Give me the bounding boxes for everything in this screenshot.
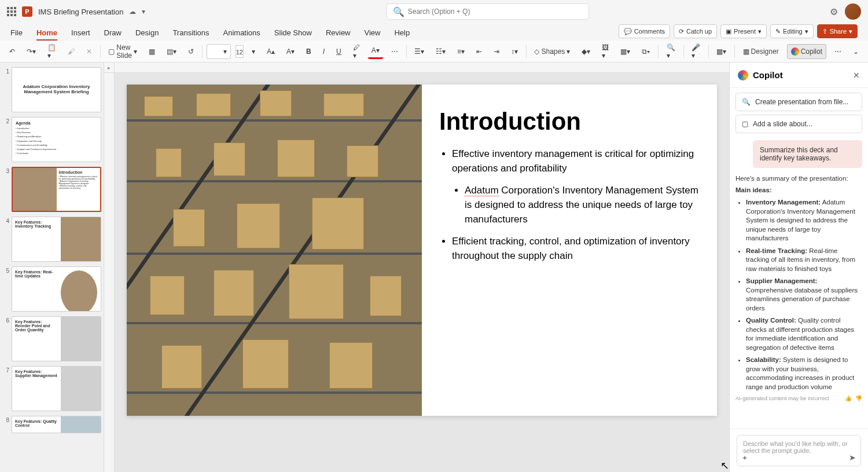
present-button[interactable]: ▣Present▾ [720,24,767,38]
menu-review[interactable]: Review [326,28,351,41]
line-spacing-button[interactable]: ↕▾ [507,44,521,59]
copilot-ribbon-button[interactable]: Copilot [787,44,826,59]
more-button[interactable]: ⋯ [831,44,845,59]
editing-button[interactable]: ✎Editing▾ [770,24,814,38]
vertical-ruler[interactable] [104,73,115,472]
title-bar: P IMS Briefing Presentation ☁︎ ▾ 🔍 ⚙ [0,0,868,23]
addins-button[interactable]: ▦▾ [713,44,730,59]
increase-font-button[interactable]: A▴ [263,44,278,59]
slide-image[interactable] [127,85,422,416]
bold-button[interactable]: B [303,44,315,59]
menu-help[interactable]: Help [394,28,410,41]
slide-thumbnail[interactable]: Key Features: Real-time Updates [12,266,101,312]
current-slide[interactable]: Introduction Effective inventory managem… [127,85,717,416]
shape-fill-button[interactable]: ◆▾ [578,44,594,59]
shapes-button[interactable]: ◇ Shapes ▾ [531,44,573,59]
horizontal-ruler[interactable] [115,63,729,73]
font-size-dropdown[interactable]: ▾ [248,44,259,59]
slide-bullet[interactable]: Efficient tracking, control, and optimiz… [452,235,700,263]
more-font-button[interactable]: ⋯ [388,44,402,59]
arrange-button[interactable]: ▦▾ [617,44,634,59]
collapse-ribbon-button[interactable]: ⌄ [849,44,862,59]
layout-button[interactable]: ▦ [145,44,159,59]
slide-thumbnail[interactable]: Key Features: Quality Control [12,416,101,433]
chevron-down-icon[interactable]: ▾ [142,8,145,16]
reset-button[interactable]: ↺ [185,44,197,59]
font-color-button[interactable]: A▾ [368,44,383,59]
search-input[interactable] [408,8,583,16]
format-painter-button[interactable]: 🖌 [64,44,78,59]
close-icon[interactable]: ✕ [853,71,860,80]
settings-icon[interactable]: ⚙ [830,6,838,17]
menu-insert[interactable]: Insert [71,28,90,41]
underline-button[interactable]: U [333,44,345,59]
app-launcher-icon[interactable] [7,7,16,16]
group-button[interactable]: ⧉▾ [638,44,653,59]
designer-button[interactable]: ▦ Designer [740,44,782,59]
copilot-user-message: Summarize this deck and identify key tak… [753,140,862,168]
comments-button[interactable]: 💬Comments [619,24,670,38]
send-icon[interactable]: ➤ [849,453,856,462]
slide-bullet[interactable]: Effective inventory management is critic… [452,147,700,175]
copilot-title: Copilot [753,70,848,80]
user-avatar[interactable] [845,3,861,20]
slide-editor: ▸ [104,63,729,472]
slide-thumbnail[interactable]: Introduction• Effective inventory manage… [12,167,101,212]
menu-animations[interactable]: Animations [223,28,260,41]
copilot-suggestion-create[interactable]: 🔍Create presentation from file... [735,93,862,111]
catchup-button[interactable]: ⟳Catch up [674,24,717,38]
menu-slideshow[interactable]: Slide Show [274,28,312,41]
ruler-corner[interactable]: ▸ [104,63,115,73]
menu-view[interactable]: View [365,28,381,41]
copilot-input[interactable]: Describe what you'd like help with, or s… [737,435,861,466]
slide-thumbnail[interactable]: Agenda• Introduction• Key Features• Repo… [12,117,101,162]
copilot-header: Copilot ✕ [730,63,868,88]
font-size-input[interactable]: 12 [236,45,244,58]
copilot-body[interactable]: 🔍Create presentation from file... ▢Add a… [730,88,868,429]
align-button[interactable]: ≡▾ [454,44,468,59]
dictate-button[interactable]: 🎤▾ [688,44,704,59]
pencil-icon: ✎ [775,28,781,35]
section-button[interactable]: ▤▾ [163,44,180,59]
menu-file[interactable]: File [10,28,23,41]
picture-button[interactable]: 🖼▾ [598,44,612,59]
slide-thumbnail[interactable]: Key Features: Reorder Point and Order Qu… [12,316,101,361]
cloud-saved-icon[interactable]: ☁︎ [129,8,136,16]
paste-button[interactable]: 📋▾ [44,44,60,59]
slide-thumbnail-panel[interactable]: 1 Adatum Corporation Inventory Managemen… [0,63,104,472]
decrease-font-button[interactable]: A▾ [283,44,298,59]
sparkle-icon[interactable]: ✦ [742,454,748,462]
slide-thumbnail[interactable]: Adatum Corporation Inventory Management … [12,67,101,112]
highlight-button[interactable]: 🖊▾ [350,44,363,59]
comment-icon: 💬 [624,28,632,35]
slide-thumbnail[interactable]: Key Features: Supplier Management [12,366,101,411]
font-family-dropdown[interactable]: ▾ [207,44,230,59]
thumbs-up-icon[interactable]: 👍 [845,395,852,401]
undo-button[interactable]: ↶ [6,44,19,59]
share-icon: ⇪ [822,28,827,35]
find-button[interactable]: 🔍▾ [663,44,679,59]
slide-heading[interactable]: Introduction [439,108,700,136]
menu-home[interactable]: Home [36,28,57,41]
numbering-button[interactable]: ☷▾ [432,44,449,59]
redo-button[interactable]: ↷▾ [23,44,39,59]
slide-canvas-area[interactable]: Introduction Effective inventory managem… [115,73,729,472]
menu-draw[interactable]: Draw [104,28,122,41]
share-button[interactable]: ⇪Share▾ [817,24,858,38]
italic-button[interactable]: I [319,44,328,59]
indent-increase-button[interactable]: ⇥ [490,44,503,59]
slide-thumbnail[interactable]: Key Features: Inventory Tracking [12,217,101,262]
menu-transitions[interactable]: Transitions [172,28,209,41]
chevron-down-icon: ▾ [758,28,762,35]
thumbs-down-icon[interactable]: 👎 [855,395,862,401]
slide-bullet[interactable]: Adatum Corporation's Inventory Managemen… [465,184,700,226]
document-title[interactable]: IMS Briefing Presentation [38,8,123,16]
indent-decrease-button[interactable]: ⇤ [473,44,486,59]
menu-design[interactable]: Design [135,28,159,41]
copilot-suggestion-add-slide[interactable]: ▢Add a slide about... [735,115,862,133]
slide-text-area[interactable]: Introduction Effective inventory managem… [422,85,717,416]
bullets-button[interactable]: ☰▾ [411,44,428,59]
cut-button[interactable]: ✕ [83,44,95,59]
search-box[interactable]: 🔍 [387,3,589,20]
new-slide-button[interactable]: ▢ New Slide ▾ [105,44,141,59]
